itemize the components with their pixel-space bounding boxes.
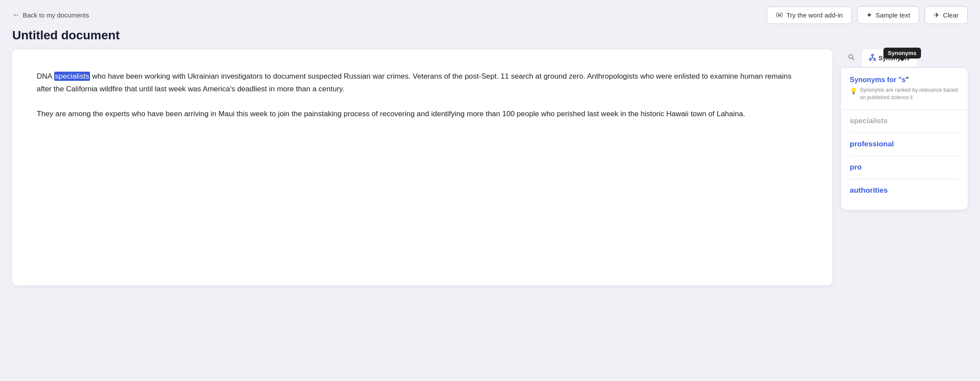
word-addin-button[interactable]: 🄦 Try the word add-in [767,7,852,24]
synonym-panel: Synonyms for "s" 💡 Synonyms are ranked b… [841,68,968,210]
star-icon: ✦ [866,11,872,19]
top-bar: ← Back to my documents 🄦 Try the word ad… [0,0,980,24]
word-addin-label: Try the word add-in [786,11,843,19]
page-title: Untitled document [12,28,968,42]
synonyms-fork-icon [869,54,876,62]
editor-area[interactable]: DNA specialists who have been working wi… [12,49,832,285]
main-layout: DNA specialists who have been working wi… [0,49,980,381]
paragraph-2: They are among the experts who have been… [37,108,808,121]
svg-point-2 [872,54,873,56]
synonym-item-professional[interactable]: professional [850,133,959,156]
sidebar-tabs: Synonyms Synonyms [841,49,968,68]
tab-search[interactable] [841,49,862,66]
word-icon: 🄦 [776,11,783,19]
synonym-panel-title: Synonyms for "s" [850,76,959,84]
back-label: Back to my documents [23,11,89,19]
svg-line-1 [852,58,854,60]
synonym-item-pro[interactable]: pro [850,156,959,179]
synonym-item-authorities[interactable]: authorities [850,179,959,202]
synonyms-tooltip: Synonyms [883,48,921,59]
tab-synonyms[interactable]: Synonyms Synonyms [862,49,917,66]
info-icon: 💡 [850,87,857,96]
svg-line-6 [870,58,872,59]
search-icon [848,54,855,62]
clear-icon: ✈ [934,11,939,19]
highlighted-specialists[interactable]: specialists [54,72,90,81]
clear-label: Clear [943,11,959,19]
svg-point-4 [874,59,876,60]
synonym-info: 💡 Synonyms are ranked by relevance based… [850,87,959,101]
svg-line-7 [872,58,875,59]
synonym-item-specialists[interactable]: specialists [850,110,959,133]
toolbar-buttons: 🄦 Try the word add-in ✦ Sample text ✈ Cl… [767,6,968,24]
sample-text-label: Sample text [876,11,910,19]
doc-title-bar: Untitled document [0,24,980,49]
svg-point-3 [869,59,871,60]
synonym-info-text: Synonyms are ranked by relevance based o… [860,87,959,101]
back-arrow-icon: ← [12,10,20,20]
clear-button[interactable]: ✈ Clear [924,6,968,24]
right-sidebar: Synonyms Synonyms Synonyms for "s" 💡 Syn… [841,49,968,210]
sample-text-button[interactable]: ✦ Sample text [857,6,919,24]
paragraph-1: DNA specialists who have been working wi… [37,70,808,96]
back-link[interactable]: ← Back to my documents [12,10,89,20]
